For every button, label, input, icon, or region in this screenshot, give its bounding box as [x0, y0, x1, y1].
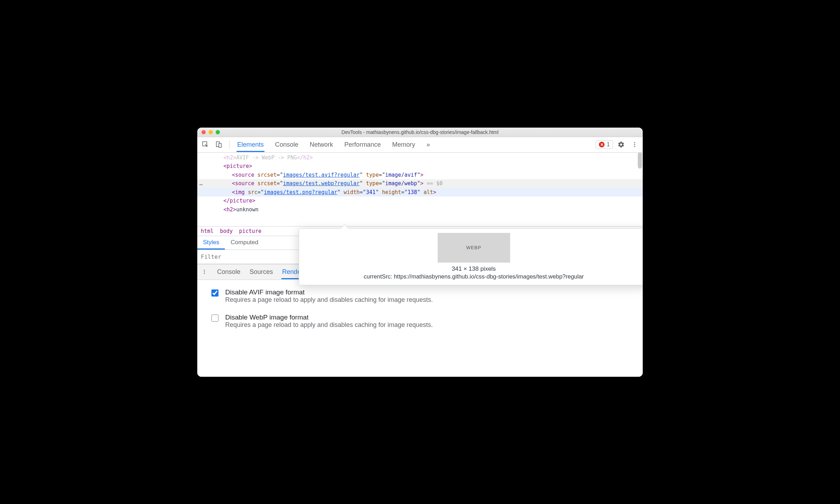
devtools-window: DevTools - mathiasbynens.github.io/css-d… [197, 128, 643, 377]
error-count: 1 [607, 141, 610, 148]
image-dimensions: 341 × 138 pixels [305, 265, 642, 272]
image-thumbnail: WEBP [438, 233, 510, 263]
drawer-tab-console[interactable]: Console [216, 265, 241, 279]
drawer-tab-sources[interactable]: Sources [249, 265, 274, 279]
dom-line-picture-open[interactable]: <picture> [197, 162, 643, 171]
tab-network[interactable]: Network [309, 137, 334, 152]
dom-line-source-avif[interactable]: <source srcset="images/test.avif?regular… [197, 171, 643, 180]
option-title: Disable WebP image format [225, 313, 433, 321]
dom-line-h2[interactable]: <h2>AVIF -> WebP -> PNG</h2> [197, 153, 643, 162]
close-window-button[interactable] [202, 130, 206, 134]
svg-rect-2 [219, 143, 221, 147]
device-toolbar-icon[interactable] [214, 139, 224, 150]
dom-line-source-webp[interactable]: <source srcset="images/test.webp?regular… [197, 179, 643, 188]
traffic-lights [197, 130, 220, 134]
minimize-window-button[interactable] [209, 130, 213, 134]
errors-pill[interactable]: ✕ 1 [596, 140, 613, 149]
breadcrumb-picture[interactable]: picture [239, 228, 261, 234]
svg-point-3 [634, 142, 635, 143]
error-icon: ✕ [599, 142, 605, 147]
window-title: DevTools - mathiasbynens.github.io/css-d… [197, 129, 643, 135]
svg-point-4 [634, 144, 635, 145]
svg-point-7 [204, 270, 205, 271]
elements-dom-tree[interactable]: <h2>AVIF -> WebP -> PNG</h2> <picture> <… [197, 153, 643, 226]
breadcrumb-body[interactable]: body [220, 228, 233, 234]
svg-point-8 [204, 271, 205, 272]
drawer-more-icon[interactable] [200, 269, 209, 275]
dom-line-h2-unknown[interactable]: <h2>unknown [197, 205, 643, 214]
image-hover-popover: WEBP 341 × 138 pixels currentSrc: https:… [299, 228, 643, 285]
svg-point-9 [204, 273, 205, 274]
option-disable-avif[interactable]: Disable AVIF image format Requires a pag… [210, 288, 630, 304]
styles-filter-input[interactable] [197, 251, 279, 262]
dom-line-img[interactable]: <img src="images/test.png?regular" width… [197, 188, 643, 197]
zoom-window-button[interactable] [216, 130, 220, 134]
breadcrumb-html[interactable]: html [201, 228, 214, 234]
tab-memory[interactable]: Memory [391, 137, 416, 152]
dom-line-picture-close[interactable]: </picture> [197, 197, 643, 205]
svg-point-5 [634, 146, 635, 147]
tab-console[interactable]: Console [274, 137, 299, 152]
settings-gear-icon[interactable] [616, 141, 626, 148]
inspect-icon[interactable] [200, 139, 211, 150]
subtab-styles[interactable]: Styles [197, 236, 225, 250]
option-title: Disable AVIF image format [225, 288, 433, 296]
option-desc: Requires a page reload to apply and disa… [225, 321, 433, 329]
main-toolbar: Elements Console Network Performance Mem… [197, 137, 643, 153]
tabs-overflow-icon[interactable]: » [426, 137, 431, 152]
option-desc: Requires a page reload to apply and disa… [225, 296, 433, 304]
option-disable-webp[interactable]: Disable WebP image format Requires a pag… [210, 313, 630, 329]
checkbox-disable-webp[interactable] [211, 315, 218, 322]
toolbar-divider [229, 140, 229, 149]
tab-performance[interactable]: Performance [344, 137, 381, 152]
tab-elements[interactable]: Elements [237, 137, 264, 152]
subtab-computed[interactable]: Computed [225, 236, 264, 250]
panel-tabs: Elements Console Network Performance Mem… [237, 137, 431, 152]
more-menu-icon[interactable] [629, 141, 640, 148]
titlebar: DevTools - mathiasbynens.github.io/css-d… [197, 128, 643, 137]
checkbox-disable-avif[interactable] [211, 289, 218, 297]
image-current-src: currentSrc: https://mathiasbynens.github… [305, 273, 642, 280]
rendering-panel: Disable AVIF image format Requires a pag… [197, 280, 643, 347]
